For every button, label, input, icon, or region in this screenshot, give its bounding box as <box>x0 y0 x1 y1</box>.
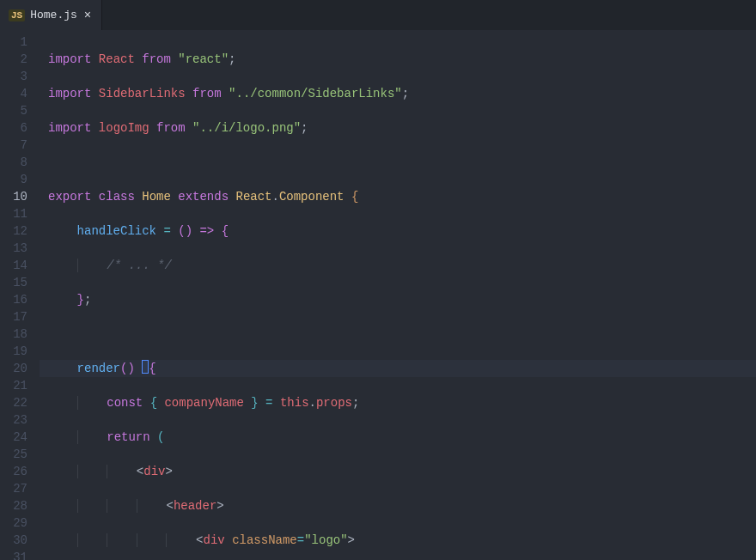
line-number[interactable]: 16 <box>9 291 27 308</box>
line-number[interactable]: 9 <box>9 171 27 188</box>
line-number[interactable]: 31 <box>9 549 27 560</box>
line-number[interactable]: 2 <box>9 51 27 68</box>
js-file-icon: JS <box>9 9 25 21</box>
line-number[interactable]: 27 <box>9 480 27 497</box>
line-number[interactable]: 4 <box>9 85 27 102</box>
line-number[interactable]: 19 <box>9 343 27 360</box>
line-number[interactable]: 23 <box>9 411 27 429</box>
line-number[interactable]: 24 <box>9 429 27 446</box>
line-number-gutter[interactable]: 1234567891011121314151617181920212223242… <box>0 30 40 560</box>
line-number[interactable]: 20 <box>9 360 27 377</box>
line-number[interactable]: 10 <box>9 188 27 205</box>
line-number[interactable]: 5 <box>9 102 27 119</box>
tab-bar: JS Home.js × <box>0 0 756 30</box>
line-number[interactable]: 13 <box>9 240 27 257</box>
code-area[interactable]: import React from "react"; import Sideba… <box>40 30 756 560</box>
line-number[interactable]: 7 <box>9 137 27 154</box>
editor-tab[interactable]: JS Home.js × <box>0 0 102 30</box>
line-number[interactable]: 26 <box>9 463 27 480</box>
line-number[interactable]: 22 <box>9 394 27 411</box>
line-number[interactable]: 12 <box>9 222 27 240</box>
line-number[interactable]: 8 <box>9 154 27 171</box>
tab-filename: Home.js <box>30 9 77 21</box>
line-number[interactable]: 3 <box>9 68 27 85</box>
close-icon[interactable]: × <box>82 9 93 22</box>
line-number[interactable]: 18 <box>9 326 27 343</box>
line-number[interactable]: 11 <box>9 205 27 222</box>
line-number[interactable]: 17 <box>9 308 27 326</box>
line-number[interactable]: 21 <box>9 377 27 394</box>
line-number[interactable]: 15 <box>9 274 27 291</box>
line-number[interactable]: 30 <box>9 532 27 549</box>
line-number[interactable]: 28 <box>9 497 27 514</box>
line-number[interactable]: 29 <box>9 514 27 532</box>
line-number[interactable]: 14 <box>9 257 27 274</box>
line-number[interactable]: 1 <box>9 33 27 51</box>
code-editor: 1234567891011121314151617181920212223242… <box>0 30 756 560</box>
line-number[interactable]: 25 <box>9 446 27 463</box>
line-number[interactable]: 6 <box>9 119 27 137</box>
